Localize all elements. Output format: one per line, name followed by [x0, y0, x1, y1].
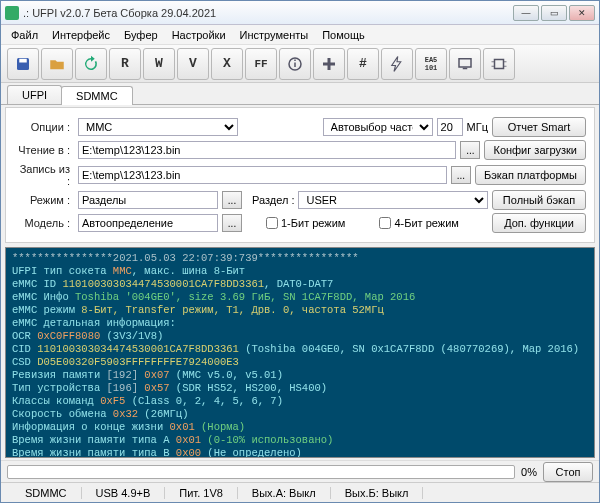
- close-button[interactable]: ✕: [569, 5, 595, 21]
- minimize-button[interactable]: —: [513, 5, 539, 21]
- bit4-checkbox[interactable]: 4-Бит режим: [379, 217, 458, 229]
- boot-config-button[interactable]: Конфиг загрузки: [484, 140, 586, 160]
- readin-browse-button[interactable]: ...: [460, 141, 480, 159]
- writefrom-input[interactable]: [78, 166, 447, 184]
- menubar: Файл Интерфейс Буфер Настройки Инструмен…: [1, 25, 599, 45]
- platform-backup-button[interactable]: Бэкап платформы: [475, 165, 586, 185]
- mode-label: Режим :: [14, 194, 74, 206]
- status-usb: USB 4.9+B: [82, 487, 166, 499]
- svg-rect-4: [294, 59, 296, 61]
- ff-button[interactable]: FF: [245, 48, 277, 80]
- titlebar: .: UFPI v2.0.7 Бета Сборка 29.04.2021 — …: [1, 1, 599, 25]
- toolbar: R W V X FF # EA5101: [1, 45, 599, 83]
- options-panel: Опции : MMC Автовыбор частоты МГц Отчет …: [5, 107, 595, 243]
- writefrom-label: Запись из :: [14, 163, 74, 187]
- open-icon[interactable]: [41, 48, 73, 80]
- status-bar: SDMMC USB 4.9+B Пит. 1V8 Вых.A: Выкл Вых…: [1, 482, 599, 502]
- mode-input[interactable]: [78, 191, 218, 209]
- tab-sdmmc[interactable]: SDMMC: [61, 86, 133, 105]
- window-controls: — ▭ ✕: [513, 5, 595, 21]
- readin-label: Чтение в :: [14, 144, 74, 156]
- readin-input[interactable]: [78, 141, 456, 159]
- tab-ufpi[interactable]: UFPI: [7, 85, 62, 104]
- full-backup-button[interactable]: Полный бэкап: [492, 190, 586, 210]
- menu-settings[interactable]: Настройки: [166, 27, 232, 43]
- menu-interface[interactable]: Интерфейс: [46, 27, 116, 43]
- extra-functions-button[interactable]: Доп. функции: [492, 213, 586, 233]
- save-icon[interactable]: [7, 48, 39, 80]
- model-browse-button[interactable]: ...: [222, 214, 242, 232]
- refresh-icon[interactable]: [75, 48, 107, 80]
- status-out-a: Вых.A: Выкл: [238, 487, 331, 499]
- menu-file[interactable]: Файл: [5, 27, 44, 43]
- hash-icon[interactable]: #: [347, 48, 379, 80]
- tab-bar: UFPI SDMMC: [1, 83, 599, 105]
- chip-icon[interactable]: [483, 48, 515, 80]
- info-icon[interactable]: [279, 48, 311, 80]
- erase-button[interactable]: X: [211, 48, 243, 80]
- progress-bar: [7, 465, 515, 479]
- app-icon: [5, 6, 19, 20]
- freq-input[interactable]: [437, 118, 463, 136]
- svg-rect-3: [294, 62, 296, 67]
- read-button[interactable]: R: [109, 48, 141, 80]
- writefrom-browse-button[interactable]: ...: [451, 166, 471, 184]
- status-out-b: Вых.Б: Выкл: [331, 487, 424, 499]
- verify-button[interactable]: V: [177, 48, 209, 80]
- bit1-checkbox[interactable]: 1-Бит режим: [266, 217, 345, 229]
- options-select[interactable]: MMC: [78, 118, 238, 136]
- status-power: Пит. 1V8: [165, 487, 238, 499]
- menu-buffer[interactable]: Буфер: [118, 27, 164, 43]
- log-console[interactable]: ****************2021.05.03 22:07:39:739*…: [5, 247, 595, 458]
- bolt-icon[interactable]: [381, 48, 413, 80]
- stop-button[interactable]: Стоп: [543, 462, 593, 482]
- progress-percent: 0%: [521, 466, 537, 478]
- model-input[interactable]: [78, 214, 218, 232]
- freq-select[interactable]: Автовыбор частоты: [323, 118, 433, 136]
- window-title: .: UFPI v2.0.7 Бета Сборка 29.04.2021: [23, 7, 513, 19]
- plus-icon[interactable]: [313, 48, 345, 80]
- menu-tools[interactable]: Инструменты: [234, 27, 315, 43]
- display-icon[interactable]: [449, 48, 481, 80]
- smart-report-button[interactable]: Отчет Smart: [492, 117, 586, 137]
- svg-rect-8: [463, 67, 468, 69]
- options-label: Опции :: [14, 121, 74, 133]
- svg-rect-6: [323, 62, 335, 65]
- svg-rect-7: [459, 58, 471, 66]
- main-window: .: UFPI v2.0.7 Бета Сборка 29.04.2021 — …: [0, 0, 600, 503]
- freq-unit: МГц: [467, 121, 488, 133]
- svg-rect-9: [495, 59, 504, 68]
- model-label: Модель :: [14, 217, 74, 229]
- write-button[interactable]: W: [143, 48, 175, 80]
- status-interface: SDMMC: [1, 487, 82, 499]
- maximize-button[interactable]: ▭: [541, 5, 567, 21]
- svg-rect-1: [19, 58, 27, 62]
- menu-help[interactable]: Помощь: [316, 27, 371, 43]
- progress-bar-row: 0% Стоп: [1, 460, 599, 482]
- mode-browse-button[interactable]: ...: [222, 191, 242, 209]
- section-select[interactable]: USER: [298, 191, 488, 209]
- section-label: Раздел :: [252, 194, 294, 206]
- ea5101-icon[interactable]: EA5101: [415, 48, 447, 80]
